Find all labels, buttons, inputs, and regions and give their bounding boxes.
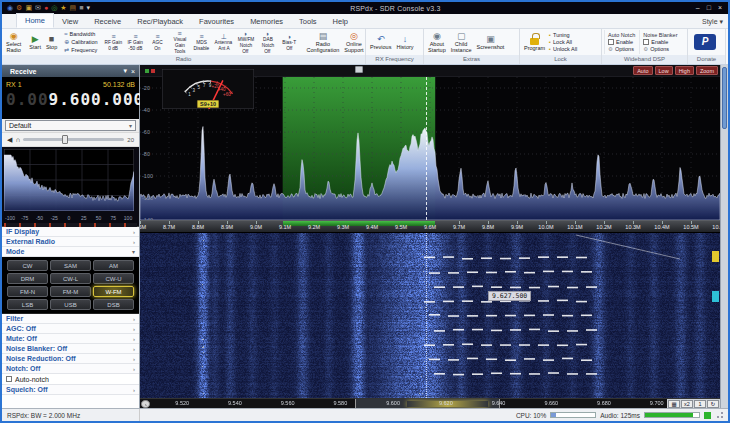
mode-button-w-fm[interactable]: W-FM [93,286,134,297]
quick-access-icon-8[interactable]: ▤ [70,2,77,14]
ribbon-toggle-rf-gain[interactable]: ≡RF Gain0 dB [103,30,125,54]
mode-button-cw[interactable]: CW [7,260,48,271]
minimize-button[interactable]: – [696,2,700,14]
lock-program-button[interactable]: Program [522,30,547,54]
resize-grip[interactable] [715,411,724,420]
mode-button-fm-m[interactable]: FM-M [50,286,91,297]
menu-bandwidth[interactable]: ≈Bandwidth [64,31,97,37]
quick-access-icon-9[interactable]: ■ [79,2,83,14]
spectrum-button-zoom[interactable]: Zoom [696,66,718,75]
style-button[interactable]: Style ▾ [702,18,723,26]
volume-slider-thumb[interactable] [62,135,68,144]
ribbon-toggle-mds[interactable]: ≡MDSDisable [191,30,213,54]
history-button[interactable]: ↓ History [394,30,415,54]
waterfall-zoom-button-2[interactable]: x2 [681,400,693,408]
zoom-badge-yellow[interactable] [712,251,719,262]
section-noise-reduction[interactable]: Noise Reduction: Off› [2,354,139,364]
quick-access-icon-7[interactable]: ★ [60,2,66,14]
mode-button-cw-u[interactable]: CW-U [93,273,134,284]
pin-icon[interactable]: ▾ [123,67,127,75]
zoom-badge-cyan[interactable] [712,291,719,302]
spectrum-panel[interactable]: AutoLowHighZoom -20-40-60-80-100-120-140… [140,65,720,220]
paypal-button[interactable]: P [694,34,716,50]
waterfall-zoom-button-3[interactable]: 1 [694,400,706,408]
mode-button-usb[interactable]: USB [50,299,91,310]
about-startup-button[interactable]: ◉AboutStartup [426,30,448,54]
enable-checkbox[interactable] [643,39,649,45]
mode-button-lsb[interactable]: LSB [7,299,48,310]
child-instance-button[interactable]: ▢ChildInstance [449,30,474,54]
screenshot-button[interactable]: ▣Screenshot [475,30,507,54]
auto-notch-checkbox[interactable] [6,376,12,382]
tab-view[interactable]: View [54,15,86,28]
menu-frequency[interactable]: ⇄Frequency [64,46,97,53]
spectrum-button-low[interactable]: Low [655,66,673,75]
tab-home[interactable]: Home [16,13,54,28]
tab-tools[interactable]: Tools [291,15,325,28]
spectrum-button-auto[interactable]: Auto [633,66,652,75]
select-radio-button[interactable]: ◉ Select Radio [4,30,23,54]
tab-memories[interactable]: Memories [242,15,291,28]
quick-access-icon-10[interactable]: ▾ [86,2,90,14]
section-mode[interactable]: Mode ▾ [2,247,139,257]
waterfall-zoom-button-4[interactable]: ↻ [707,400,719,408]
ribbon-toggle-visual-gain[interactable]: ≡Visual GainTools [169,30,191,54]
section-squelch[interactable]: Squelch: Off › [2,385,139,395]
enable-auto-notch[interactable]: Enable [608,39,635,45]
mode-button-am[interactable]: AM [93,260,134,271]
start-button[interactable]: ▶ Start [27,30,43,54]
waterfall-canvas[interactable] [140,233,720,398]
mode-button-sam[interactable]: SAM [50,260,91,271]
mode-button-cw-l[interactable]: CW-L [50,273,91,284]
frequency-digits[interactable]: 0.009.600.000 [6,90,135,109]
panel-close-icon[interactable]: × [131,68,135,75]
lock-row-unlock-all[interactable]: ▪Unlock All [549,46,577,52]
section-mute[interactable]: Mute: Off› [2,334,139,344]
mode-button-drm[interactable]: DRM [7,273,48,284]
tab-rec-playback[interactable]: Rec/Playback [129,15,191,28]
waterfall-zoom-button-1[interactable]: ▦ [668,400,680,408]
online-support-button[interactable]: ◎ Online Support [342,30,365,54]
menu-calibration[interactable]: ⊕Calibration [64,38,97,45]
waterfall-zoom-bar[interactable]: ◔ 9.5209.5409.5609.5809.6009.6209.6409.6… [140,398,720,408]
close-button[interactable]: × [718,2,722,14]
tab-help[interactable]: Help [325,15,356,28]
enable-noise-blanker[interactable]: Enable [643,39,677,45]
section-notch[interactable]: Notch: Off› [2,364,139,374]
tuning-marker-flag[interactable] [355,66,363,73]
ribbon-toggle-agc[interactable]: ≡AGCOn [147,30,169,54]
mode-button-dsb[interactable]: DSB [93,299,134,310]
vertical-scrollbar-thumb[interactable] [722,67,727,129]
options-noise-blanker[interactable]: ⚙Options [643,46,677,52]
frequency-scale[interactable]: 8.6M8.7M8.8M8.9M9.0M9.1M9.2M9.3M9.4M9.5M… [140,220,720,233]
section-noise-blanker[interactable]: Noise Blanker: Off› [2,344,139,354]
ribbon-toggle-bias-t[interactable]: ◗Bias-TOff [279,30,301,54]
spectrum-button-high[interactable]: High [675,66,694,75]
section-external-radio[interactable]: External Radio› [2,237,139,247]
ribbon-toggle-if-gain[interactable]: ≡IF Gain-50 dB [125,30,147,54]
mode-button-fm-n[interactable]: FM-N [7,286,48,297]
previous-frequency-button[interactable]: ↶ Previous [368,30,393,54]
section-agc[interactable]: AGC: Off› [2,324,139,334]
ribbon-toggle-antenna[interactable]: ⊥AntennaAnt A [213,30,235,54]
headphones-icon[interactable]: ∩ [15,136,20,143]
lock-row-lock-all[interactable]: ▪Lock All [549,39,577,45]
section-if-display[interactable]: IF Display› [2,227,139,237]
section-filter[interactable]: Filter› [2,314,139,324]
lock-row-tuning[interactable]: ▪Tuning [549,32,577,38]
stop-button[interactable]: ■ Stop [44,30,59,54]
volume-slider[interactable] [23,138,124,141]
mute-icon[interactable]: ◀ [7,136,12,144]
maximize-button[interactable]: □ [707,2,711,14]
tab-favourites[interactable]: Favourites [191,15,242,28]
options-auto-notch[interactable]: ⚙Options [608,46,635,52]
if-spectrum-plot[interactable] [4,149,134,211]
ribbon-toggle-mw-fm-notch[interactable]: ◗MW/FM NotchOff [235,30,257,54]
radio-configuration-button[interactable]: ▤ Radio Configuration [305,30,342,54]
ribbon-toggle-dab-notch[interactable]: ◗DAB NotchOff [257,30,279,54]
quick-access-icon-1[interactable]: ◉ [7,2,13,14]
profile-dropdown[interactable]: Default ▾ [5,120,136,131]
vertical-scrollbar[interactable] [720,65,728,408]
tab-receive[interactable]: Receive [86,15,129,28]
waterfall-span-button[interactable]: ◔ [141,400,150,408]
